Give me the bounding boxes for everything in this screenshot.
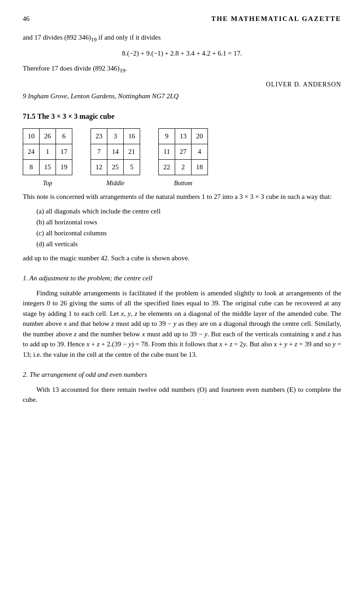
conclusion-line: Therefore 17 does divide (892 346)19. <box>23 63 341 75</box>
table-cell: 27 <box>175 144 192 160</box>
grid-bottom: 913201127422218Bottom <box>158 128 208 188</box>
equation: 8.(−2) + 9.(−1) + 2.8 + 3.4 + 4.2 + 6.1 … <box>23 48 341 59</box>
table-cell: 3 <box>107 129 124 144</box>
grid-middle: 233167142112255Middle <box>91 128 140 188</box>
table-cell: 8 <box>23 160 40 175</box>
table-row: 11274 <box>159 144 208 160</box>
author-name: OLIVER D. ANDERSON <box>23 80 341 89</box>
table-cell: 12 <box>91 160 107 175</box>
grids-container: 102662411781519Top233167142112255Middle9… <box>23 128 341 188</box>
table-cell: 14 <box>107 144 124 160</box>
table-cell: 13 <box>175 129 192 144</box>
table-cell: 19 <box>56 160 72 175</box>
page-number: 46 <box>23 14 30 24</box>
section2-para1: With 13 accounted for there remain twelv… <box>23 385 341 405</box>
table-cell: 20 <box>192 129 208 144</box>
table-cell: 10 <box>23 129 40 144</box>
table-cell: 25 <box>107 160 124 175</box>
table-row: 10266 <box>23 129 72 144</box>
conditions-list: (a) all diagonals which include the cent… <box>36 206 341 249</box>
table-row: 71421 <box>91 144 140 160</box>
table-cell: 4 <box>192 144 208 160</box>
table-cell: 9 <box>159 129 175 144</box>
grid-table-top: 102662411781519 <box>23 128 72 175</box>
table-cell: 7 <box>91 144 107 160</box>
table-cell: 6 <box>56 129 72 144</box>
table-cell: 18 <box>192 160 208 175</box>
table-cell: 1 <box>40 144 56 160</box>
table-cell: 21 <box>124 144 140 160</box>
grid-label-bottom: Bottom <box>174 178 192 188</box>
article-title: 71.5 The 3 × 3 × 3 magic cube <box>23 111 341 122</box>
table-cell: 22 <box>159 160 175 175</box>
intro-line1: and 17 divides (892 346)19 if and only i… <box>23 32 341 44</box>
grid-label-top: Top <box>43 178 52 188</box>
table-cell: 2 <box>175 160 192 175</box>
grid-table-bottom: 913201127422218 <box>158 128 208 175</box>
table-cell: 16 <box>124 129 140 144</box>
section1-title: 1. An adjustment to the problem; the cen… <box>23 273 341 284</box>
table-row: 12255 <box>91 160 140 175</box>
table-cell: 15 <box>40 160 56 175</box>
table-row: 22218 <box>159 160 208 175</box>
table-row: 23316 <box>91 129 140 144</box>
section1-para1: Finding suitable arrangements is facilit… <box>23 288 341 360</box>
table-cell: 5 <box>124 160 140 175</box>
author-address: 9 Ingham Grove, Lenton Gardens, Nottingh… <box>23 91 341 101</box>
table-cell: 11 <box>159 144 175 160</box>
journal-title: THE MATHEMATICAL GAZETTE <box>211 14 341 24</box>
table-cell: 26 <box>40 129 56 144</box>
grid-top: 102662411781519Top <box>23 128 72 188</box>
list-item: (c) all horizontal columns <box>36 228 341 238</box>
page-header: 46 THE MATHEMATICAL GAZETTE <box>23 14 341 24</box>
table-cell: 23 <box>91 129 107 144</box>
table-row: 91320 <box>159 129 208 144</box>
list-item: (d) all verticals <box>36 238 341 249</box>
list-item: (a) all diagonals which include the cent… <box>36 206 341 217</box>
intro-text: This note is concerned with arrangements… <box>23 192 341 202</box>
after-list-text: add up to the magic number 42. Such a cu… <box>23 253 341 264</box>
section2-title: 2. The arrangement of odd and even numbe… <box>23 370 341 380</box>
table-cell: 24 <box>23 144 40 160</box>
grid-table-middle: 233167142112255 <box>91 128 140 175</box>
grid-label-middle: Middle <box>106 178 125 188</box>
table-row: 81519 <box>23 160 72 175</box>
list-item: (b) all horizontal rows <box>36 217 341 228</box>
table-cell: 17 <box>56 144 72 160</box>
table-row: 24117 <box>23 144 72 160</box>
